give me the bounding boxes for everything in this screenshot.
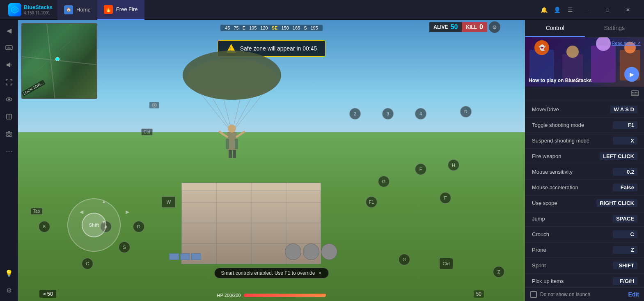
account-button[interactable]: 👤: [551, 4, 563, 16]
joystick-label: Shift: [89, 223, 99, 227]
tab-settings[interactable]: Settings: [585, 20, 644, 37]
joystick-control[interactable]: Shift: [67, 198, 121, 252]
compass-105: 105: [248, 25, 258, 30]
ammo-indicator: 50: [474, 290, 484, 298]
joystick-arrow-left: ◀: [80, 209, 83, 215]
warning-triangle-icon: [226, 44, 236, 53]
svg-line-17: [34, 40, 71, 73]
control-row[interactable]: Fire weaponLEFT CLICK: [525, 149, 644, 164]
control-name-label: Suspend shooting mode: [532, 138, 589, 144]
control-row[interactable]: ProneZ: [525, 242, 644, 258]
control-row[interactable]: Move/DriveW A S D: [525, 102, 644, 117]
alive-count: 50: [451, 23, 458, 31]
game-background: LOCK TOW... 45 75 E 105 120 SE 150: [18, 20, 525, 301]
svg-rect-51: [631, 91, 639, 96]
tab-control[interactable]: Control: [525, 20, 585, 37]
control-key-value: F1: [613, 121, 637, 129]
control-name-label: Mouse sensitivity: [532, 169, 573, 175]
play-button[interactable]: ▶: [624, 67, 639, 82]
building-visual: [165, 182, 337, 264]
keyboard-icon: [631, 89, 639, 97]
controls-list[interactable]: Move/DriveW A S DToggle shooting modeF1S…: [525, 100, 644, 287]
svg-rect-53: [634, 92, 635, 93]
hud-key-H: H: [448, 159, 459, 171]
expand-sidebar-button[interactable]: [2, 75, 16, 90]
control-key-value: W A S D: [610, 106, 637, 113]
speed-indicator: ≈ 50: [39, 290, 56, 298]
do-not-show-text: Do not show on launch: [540, 292, 590, 297]
video-title: How to play on BlueStacks: [529, 78, 591, 83]
notification-button[interactable]: 🔔: [538, 4, 550, 16]
tips-sidebar-button[interactable]: 💡: [2, 266, 16, 280]
main-area: ◀: [0, 20, 644, 301]
read-article-link[interactable]: Read article ↗: [612, 41, 641, 46]
tab-free-fire[interactable]: 🔥 Free Fire: [97, 0, 144, 20]
camera-sidebar-button[interactable]: [2, 126, 16, 141]
panel-bottom: Do not show on launch Edit: [525, 287, 644, 301]
svg-line-16: [22, 57, 96, 65]
control-row[interactable]: JumpSPACE: [525, 211, 644, 227]
svg-marker-1: [13, 8, 17, 12]
svg-text:👻: 👻: [539, 44, 546, 51]
close-button[interactable]: ✕: [619, 3, 637, 16]
control-key-value: RIGHT CLICK: [596, 199, 637, 207]
svg-point-14: [8, 133, 10, 136]
control-row[interactable]: Mouse accelerationFalse: [525, 180, 644, 195]
control-key-value: F/G/H: [613, 277, 637, 285]
control-row[interactable]: Use scopeRIGHT CLICK: [525, 195, 644, 211]
settings-sidebar-button[interactable]: ⚙: [2, 283, 16, 298]
svg-point-46: [566, 46, 579, 58]
video-thumbnail[interactable]: 👻 Read article ↗ How to play on BlueStac…: [525, 37, 644, 87]
do-not-show-checkbox[interactable]: [530, 291, 537, 298]
control-name-label: Prone: [532, 247, 546, 253]
compass-195: 195: [309, 25, 319, 30]
smart-controls-close[interactable]: ✕: [318, 271, 322, 276]
control-key-value: X: [613, 137, 637, 145]
more-sidebar-button[interactable]: ⋯: [2, 144, 16, 159]
control-row[interactable]: Mouse sensitivity0.2: [525, 164, 644, 180]
hud-key-Ctrl: Ctrl: [141, 129, 153, 136]
svg-rect-56: [632, 94, 633, 94]
svg-rect-5: [9, 47, 10, 48]
resize-sidebar-button[interactable]: [2, 109, 16, 124]
do-not-show-label[interactable]: Do not show on launch: [530, 291, 590, 298]
smart-controls-banner: Smart controls enabled. Use F1 to overri…: [214, 268, 329, 278]
hud-key-2: 2: [349, 108, 361, 119]
compass-SE: SE: [270, 25, 279, 30]
compass-45: 45: [224, 25, 231, 30]
game-settings-icon[interactable]: ⚙: [489, 21, 500, 33]
hud-key-6: 6: [39, 221, 50, 232]
edit-button[interactable]: Edit: [628, 291, 639, 298]
maximize-button[interactable]: □: [598, 3, 617, 16]
control-key-value: SPACE: [613, 215, 637, 223]
svg-rect-52: [632, 92, 633, 93]
control-row[interactable]: Suspend shooting modeX: [525, 133, 644, 149]
svg-rect-6: [11, 47, 11, 48]
control-row[interactable]: Toggle shooting modeF1: [525, 117, 644, 133]
eye-sidebar-button[interactable]: [2, 92, 16, 107]
panel-tabs: Control Settings: [525, 20, 644, 37]
control-row[interactable]: CrouchC: [525, 227, 644, 242]
compass-150: 150: [280, 25, 290, 30]
alive-kill-hud: ALIVE 50 KILL 0 ⚙: [429, 21, 500, 33]
joystick-arrow-right: ▶: [126, 209, 129, 215]
hp-section: HP 200/200: [217, 293, 326, 298]
back-sidebar-button[interactable]: ◀: [2, 23, 16, 38]
minimize-button[interactable]: —: [578, 3, 596, 16]
keyboard-sidebar-button[interactable]: [2, 40, 16, 55]
svg-rect-4: [8, 47, 9, 48]
svg-rect-2: [6, 46, 12, 50]
control-row[interactable]: SprintSHIFT: [525, 258, 644, 273]
tab-key-label: Tab: [30, 208, 43, 215]
control-key-value: Z: [613, 246, 637, 254]
menu-button[interactable]: ☰: [564, 4, 576, 16]
control-name-label: Use scope: [532, 200, 557, 206]
svg-rect-55: [637, 92, 637, 93]
tab-home[interactable]: 🏠 Home: [57, 0, 97, 20]
hud-key-F1: F1: [366, 196, 377, 208]
svg-marker-8: [7, 62, 10, 67]
control-row[interactable]: Pick up itemsF/G/H: [525, 273, 644, 287]
game-viewport[interactable]: LOCK TOW... 45 75 E 105 120 SE 150: [18, 20, 525, 301]
sound-sidebar-button[interactable]: [2, 57, 16, 72]
titlebar: BlueStacks 4.150.11.1001 🏠 Home 🔥 Free F…: [0, 0, 644, 20]
